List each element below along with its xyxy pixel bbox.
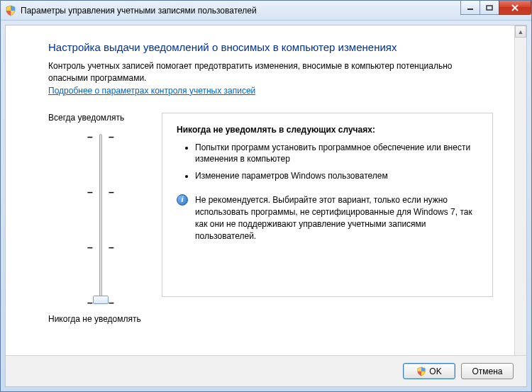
- learn-more-link[interactable]: Подробнее о параметрах контроля учетных …: [48, 86, 255, 96]
- slider-tick: ––: [87, 131, 115, 142]
- uac-slider[interactable]: –– –– –– ––: [87, 130, 115, 307]
- slider-thumb[interactable]: [93, 296, 109, 304]
- slider-area: Всегда уведомлять –– –– –– –– Никогда не…: [48, 113, 493, 324]
- ok-button[interactable]: OK: [403, 363, 455, 379]
- panel-bullet: Попытки программ установить программное …: [195, 142, 478, 164]
- recommendation: i Не рекомендуется. Выбирайте этот вариа…: [177, 194, 478, 242]
- slider-track: [99, 134, 102, 303]
- maximize-button[interactable]: [480, 1, 499, 15]
- panel-bullets: Попытки программ установить программное …: [177, 142, 478, 182]
- slider-tick: ––: [87, 242, 115, 253]
- minimize-button[interactable]: [460, 1, 480, 15]
- scroll-up-button[interactable]: ▲: [515, 26, 526, 38]
- button-bar: OK Отмена: [6, 355, 526, 386]
- cancel-button[interactable]: Отмена: [461, 363, 514, 379]
- description-panel: Никогда не уведомлять в следующих случая…: [162, 113, 493, 297]
- page-title: Настройка выдачи уведомлений о вносимых …: [48, 41, 493, 53]
- recommendation-text: Не рекомендуется. Выбирайте этот вариант…: [195, 194, 478, 242]
- window: Параметры управления учетными записями п…: [0, 0, 532, 392]
- info-icon: i: [177, 194, 188, 206]
- window-title: Параметры управления учетными записями п…: [21, 6, 257, 16]
- svg-rect-0: [467, 9, 473, 10]
- slider-top-label: Всегда уведомлять: [48, 113, 162, 123]
- content-area: Настройка выдачи уведомлений о вносимых …: [5, 25, 527, 387]
- slider-tick: ––: [87, 186, 115, 198]
- slider-column: Всегда уведомлять –– –– –– –– Никогда не…: [48, 113, 162, 324]
- shield-icon: [416, 366, 426, 376]
- slider-bottom-label: Никогда не уведомлять: [48, 314, 162, 324]
- close-button[interactable]: [499, 1, 531, 15]
- window-controls: [461, 1, 531, 15]
- svg-rect-1: [487, 6, 492, 10]
- vertical-scrollbar[interactable]: ▲ ▼: [514, 26, 526, 386]
- titlebar: Параметры управления учетными записями п…: [1, 1, 531, 21]
- panel-title: Никогда не уведомлять в следующих случая…: [177, 125, 478, 135]
- ok-button-label: OK: [429, 366, 441, 376]
- panel-bullet: Изменение параметров Windows пользовател…: [195, 170, 478, 181]
- intro-text: Контроль учетных записей помогает предот…: [48, 60, 493, 84]
- shield-icon: [5, 5, 16, 16]
- content: Настройка выдачи уведомлений о вносимых …: [6, 26, 514, 386]
- cancel-button-label: Отмена: [472, 366, 502, 376]
